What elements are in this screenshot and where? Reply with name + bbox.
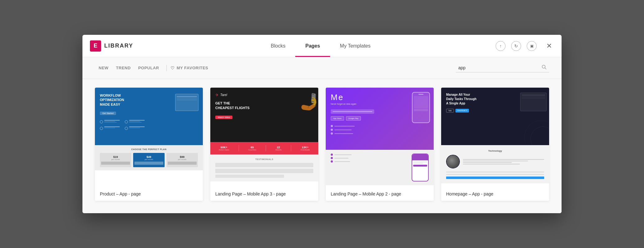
card4-camera-row [446,155,544,168]
card2-testimonials: TESTIMONIALS [210,154,318,181]
tab-blocks[interactable]: Blocks [261,35,295,57]
card3-title: Landing Page – Mobile App 2 - page [326,187,434,201]
card3-search-bar [331,109,374,114]
card3-preview: PRO Me Never forget an idea again App St… [326,88,434,187]
card1-title: Product – App - page [95,187,203,201]
card1-screen-mockup [175,94,198,111]
card4-laptop-mockup [520,93,547,111]
save-icon: ▣ [530,44,534,48]
refresh-button[interactable]: ↻ [511,41,521,51]
card2-title: Landing Page – Mobile App 3 - page [210,187,318,201]
card1-preview: WORKFLOWOPTIMIZATIONMADE EASY Get Starte… [95,88,203,187]
card1-bottom-section: CHOOSE THE PERFECT PLAN $19 per month $4… [95,145,203,170]
card1-feature-row-2 [100,126,198,130]
filter-trend[interactable]: TREND [112,64,134,72]
card2-logo: ✈ Tarel [215,93,313,97]
filter-divider [166,65,167,71]
card1-pricing-row: $19 per month $49 per month $99 per mont… [100,153,198,167]
template-cards-grid: WORKFLOWOPTIMIZATIONMADE EASY Get Starte… [82,79,562,213]
close-button[interactable]: ✕ [544,41,554,51]
upload-button[interactable]: ↑ [496,41,506,51]
modal-header: E LIBRARY Blocks Pages My Templates ↑ ↻ [82,35,562,57]
close-icon: ✕ [546,42,552,50]
svg-line-1 [545,68,546,69]
template-card-3[interactable]: PRO Me Never forget an idea again App St… [326,88,434,201]
filter-my-favorites[interactable]: ♡ MY FAVORITES [170,66,208,71]
card2-stats: 50K+ Active Users 65 Countries 22 Awards [210,142,318,154]
header-actions: ↑ ↻ ▣ ✕ [496,41,554,51]
save-button[interactable]: ▣ [527,41,537,51]
card4-bottom-section: Technology [441,145,549,183]
filter-popular[interactable]: POPULAR [134,64,163,72]
upload-icon: ↑ [500,44,502,48]
card3-bottom [326,150,434,185]
refresh-icon: ↻ [514,44,518,48]
library-title: LIBRARY [104,43,133,49]
template-card-1[interactable]: WORKFLOWOPTIMIZATIONMADE EASY Get Starte… [95,88,203,201]
card4-headline: Manage All Your Daily Tasks Through A Si… [446,93,477,106]
search-icon [542,65,547,71]
card1-cta: Get Started [100,112,116,115]
tab-pages[interactable]: Pages [295,35,330,57]
card2-hand-icon: 🤳 [300,92,318,111]
card3-features [331,125,429,135]
search-area [456,63,549,72]
tabs-navigation: Blocks Pages My Templates [146,35,496,57]
card3-phone-mockup [412,92,430,123]
filters-bar: NEW TREND POPULAR ♡ MY FAVORITES [82,57,562,79]
card2-headline: GET THE CHEAPEST FLIGHTS [215,101,250,111]
heart-icon: ♡ [170,66,175,71]
card2-preview: PRO ✈ Tarel GET THE CHEAPEST FLIGHTS Wat… [210,88,318,187]
elementor-logo-icon: E [90,40,101,52]
filter-new[interactable]: NEW [95,64,112,72]
card1-feature-row-1 [100,120,198,123]
tab-my-templates[interactable]: My Templates [330,35,380,57]
card4-preview: Manage All Your Daily Tasks Through A Si… [441,88,549,187]
logo-area: E LIBRARY [90,40,133,52]
card1-headline: WORKFLOWOPTIMIZATIONMADE EASY [100,93,137,107]
search-input[interactable] [458,65,539,70]
template-card-4[interactable]: Manage All Your Daily Tasks Through A Si… [441,88,549,201]
card4-title: Homepage – App - page [441,187,549,201]
modal-dialog: E LIBRARY Blocks Pages My Templates ↑ ↻ [82,35,562,213]
card2-btn: Watch Video [215,116,232,119]
template-card-2[interactable]: PRO ✈ Tarel GET THE CHEAPEST FLIGHTS Wat… [210,88,318,201]
